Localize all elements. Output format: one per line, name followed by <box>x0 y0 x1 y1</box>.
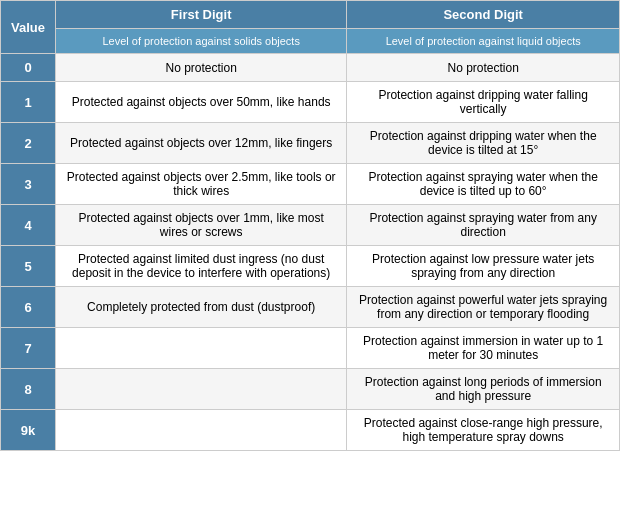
row-value: 5 <box>1 246 56 287</box>
solid-protection: Protected against limited dust ingress (… <box>56 246 347 287</box>
solid-protection: Protected against objects over 1mm, like… <box>56 205 347 246</box>
table-row: 2Protected against objects over 12mm, li… <box>1 123 620 164</box>
ip-rating-table: Value First Digit Second Digit Level of … <box>0 0 620 451</box>
liquid-protection: Protection against spraying water when t… <box>347 164 620 205</box>
solid-protection <box>56 328 347 369</box>
row-value: 9k <box>1 410 56 451</box>
table-row: 4Protected against objects over 1mm, lik… <box>1 205 620 246</box>
row-value: 0 <box>1 54 56 82</box>
liquid-protection: Protection against dripping water fallin… <box>347 82 620 123</box>
solid-sub-header: Level of protection against solids objec… <box>56 29 347 54</box>
value-header: Value <box>1 1 56 54</box>
solid-protection: Protected against objects over 12mm, lik… <box>56 123 347 164</box>
row-value: 1 <box>1 82 56 123</box>
liquid-sub-header: Level of protection against liquid objec… <box>347 29 620 54</box>
table-row: 3Protected against objects over 2.5mm, l… <box>1 164 620 205</box>
table-row: 5Protected against limited dust ingress … <box>1 246 620 287</box>
second-digit-header: Second Digit <box>347 1 620 29</box>
header-sub-row: Level of protection against solids objec… <box>1 29 620 54</box>
table-row: 0No protectionNo protection <box>1 54 620 82</box>
liquid-protection: Protection against long periods of immer… <box>347 369 620 410</box>
solid-protection <box>56 369 347 410</box>
solid-protection: Protected against objects over 50mm, lik… <box>56 82 347 123</box>
first-digit-header: First Digit <box>56 1 347 29</box>
liquid-protection: No protection <box>347 54 620 82</box>
liquid-protection: Protection against powerful water jets s… <box>347 287 620 328</box>
row-value: 6 <box>1 287 56 328</box>
solid-protection: Protected against objects over 2.5mm, li… <box>56 164 347 205</box>
table-row: 7Protection against immersion in water u… <box>1 328 620 369</box>
liquid-protection: Protection against immersion in water up… <box>347 328 620 369</box>
row-value: 2 <box>1 123 56 164</box>
row-value: 8 <box>1 369 56 410</box>
row-value: 3 <box>1 164 56 205</box>
table-row: 9kProtected against close-range high pre… <box>1 410 620 451</box>
solid-protection <box>56 410 347 451</box>
solid-protection: No protection <box>56 54 347 82</box>
table-row: 1Protected against objects over 50mm, li… <box>1 82 620 123</box>
liquid-protection: Protection against low pressure water je… <box>347 246 620 287</box>
header-top-row: Value First Digit Second Digit <box>1 1 620 29</box>
liquid-protection: Protected against close-range high press… <box>347 410 620 451</box>
table-row: 6Completely protected from dust (dustpro… <box>1 287 620 328</box>
table-row: 8Protection against long periods of imme… <box>1 369 620 410</box>
solid-protection: Completely protected from dust (dustproo… <box>56 287 347 328</box>
row-value: 7 <box>1 328 56 369</box>
liquid-protection: Protection against spraying water from a… <box>347 205 620 246</box>
row-value: 4 <box>1 205 56 246</box>
liquid-protection: Protection against dripping water when t… <box>347 123 620 164</box>
